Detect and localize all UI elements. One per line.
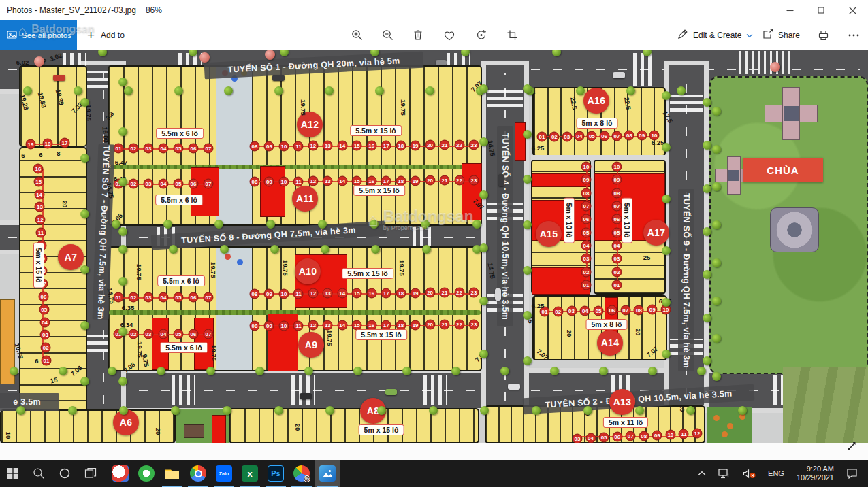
lot-number-circle: 20 [425, 140, 435, 150]
tree-icon [16, 406, 25, 415]
lot-number-circle: 05 [174, 179, 184, 189]
resize-handle-icon[interactable] [845, 439, 858, 456]
lot-number-circle: 08 [581, 188, 592, 198]
car-icon [436, 60, 447, 65]
close-button[interactable] [837, 0, 868, 20]
language-indicator[interactable]: ENG [763, 460, 789, 487]
dimension-label: 6 [35, 357, 38, 365]
tree-icon [662, 298, 671, 307]
dimension-label: 20 [679, 405, 686, 412]
lot-number-circle: 07 [612, 131, 622, 141]
start-button[interactable] [0, 460, 26, 487]
favorite-heart-button[interactable] [437, 20, 462, 50]
lot-number-circle: 13 [323, 176, 333, 186]
lot-number-circle: 03 [144, 292, 154, 303]
delete-button[interactable] [406, 20, 430, 50]
title-bar: Photos - Master_SV_211027-03.jpg 86% [0, 0, 868, 20]
tree-icon [677, 86, 686, 95]
photo-master-plan-map[interactable]: 0102030405060708091011121314151617181920… [0, 50, 868, 443]
tree-icon [80, 98, 89, 107]
tree-icon [80, 265, 89, 274]
cortana-button[interactable] [52, 460, 78, 487]
lot-number-circle: 21 [440, 288, 450, 298]
aerial-fields [783, 367, 868, 443]
crop-button[interactable] [500, 20, 525, 50]
add-to-button[interactable]: + Add to [87, 20, 125, 50]
crosswalk [423, 375, 447, 405]
car-icon [272, 75, 285, 81]
lot-number-circle: 03 [144, 329, 154, 339]
lot-number-circle: 06 [581, 214, 592, 224]
lot-number-circle: 23 [469, 175, 479, 186]
lot-number-circle: 22 [454, 175, 464, 186]
taskbar-app-file-explorer[interactable] [159, 460, 185, 487]
tree-icon [118, 178, 127, 186]
lot-number-circle: 06 [599, 131, 609, 141]
taskbar-app-chrome[interactable] [185, 460, 211, 487]
tray-show-hidden-icons[interactable] [693, 460, 711, 487]
playground [225, 254, 231, 260]
lot-number-circle: 08 [634, 305, 644, 315]
crosswalk [172, 375, 195, 405]
rotate-button[interactable] [469, 20, 494, 50]
taskbar-app-zalo[interactable]: Zalo [211, 460, 237, 487]
maximize-button[interactable] [805, 0, 837, 20]
print-button[interactable] [811, 20, 835, 50]
lot-number-circle: 10 [612, 162, 622, 172]
tree-icon [697, 367, 706, 375]
minimize-button[interactable] [774, 0, 805, 20]
tree-icon [118, 327, 127, 336]
zoom-out-button[interactable] [375, 20, 400, 50]
lot-number-circle: 02 [129, 292, 139, 303]
tree-icon [325, 86, 334, 95]
lot-number-circle: 22 [454, 288, 464, 298]
dimension-label: 6.35 [122, 304, 135, 312]
taskbar-app-coccoc[interactable] [133, 460, 159, 487]
lot-number-circle: 02 [129, 144, 139, 154]
more-options-button[interactable] [841, 20, 866, 50]
taskbar-app-chrome-profile[interactable]: Vy [289, 460, 315, 487]
dimension-label: 8 [57, 150, 60, 157]
edit-create-button[interactable]: Edit & Create [677, 20, 753, 50]
dimension-label: 20 [566, 330, 573, 337]
lot-number-circle: 15 [352, 288, 362, 299]
flower-tree-icon [199, 52, 210, 63]
tree-icon [118, 78, 127, 86]
lot-number-circle: 14 [337, 141, 347, 151]
tree-icon [712, 145, 721, 154]
lot-number-circle: 02 [129, 329, 139, 339]
flowers [713, 415, 720, 421]
size-label: 5m x 15 lô [33, 243, 44, 288]
zone-badge: A10 [295, 258, 321, 284]
plus-icon: + [87, 28, 95, 43]
action-center-icon[interactable] [841, 460, 863, 487]
lot-number-circle: 06 [612, 214, 622, 224]
lot-number-circle: 04 [159, 179, 169, 189]
see-all-photos-button[interactable]: See all photos [0, 20, 77, 50]
dimension-label: 19.75 [300, 99, 307, 116]
tree-icon [429, 406, 438, 415]
lot-number-circle: 08 [250, 289, 260, 299]
lot-block [0, 409, 176, 443]
share-button[interactable]: Share [762, 20, 800, 50]
network-icon[interactable] [713, 460, 735, 487]
task-view-button[interactable] [78, 460, 103, 487]
flower-tree-icon [265, 50, 275, 60]
zone-badge: A7 [58, 244, 84, 270]
dimension-label: 20 [61, 201, 69, 208]
car-icon [508, 384, 520, 390]
taskbar-app-photoshop[interactable]: Ps [263, 460, 289, 487]
tree-icon [583, 406, 592, 415]
lot-number-circle: 11 [679, 429, 689, 439]
volume-muted-icon[interactable] [738, 460, 760, 487]
lot-number-circle: 10 [278, 288, 289, 299]
taskbar-app-photos[interactable] [315, 460, 340, 487]
taskbar-app-paint[interactable] [108, 460, 133, 487]
size-label: 5m x 11 lô [603, 417, 648, 428]
search-button[interactable] [26, 460, 52, 487]
clock[interactable]: 9:20 AM 10/29/2021 [792, 460, 839, 487]
lot-number-circle: 05 [174, 292, 184, 303]
zoom-in-button[interactable] [344, 20, 369, 50]
taskbar-app-excel[interactable]: x [237, 460, 263, 487]
tree-icon [712, 297, 721, 305]
